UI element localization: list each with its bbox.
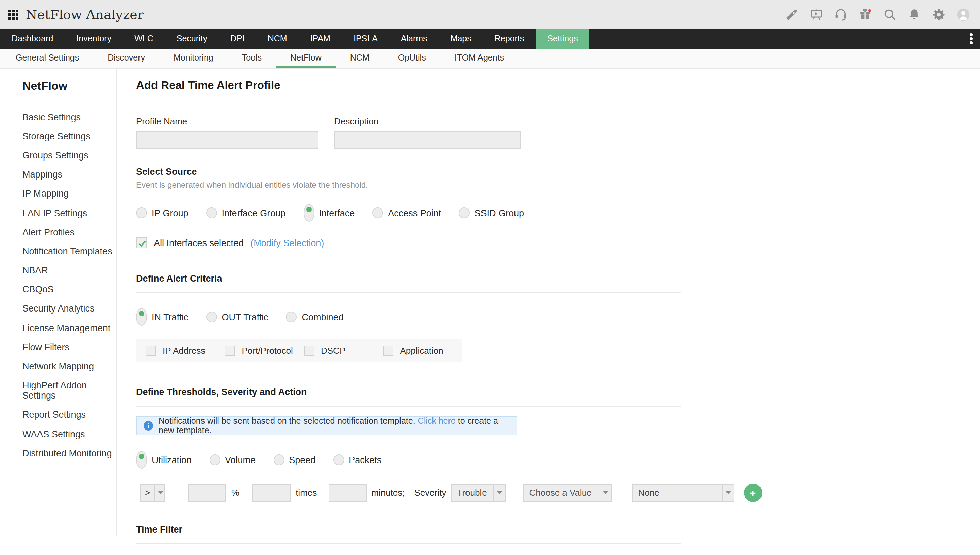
sidebar-item-lan-ip-settings[interactable]: LAN IP Settings <box>22 204 116 222</box>
traffic-radio-group: IN Traffic OUT Traffic Combined <box>136 308 968 326</box>
app-title: NetFlow Analyzer <box>26 7 144 22</box>
title-divider <box>136 101 949 101</box>
all-interfaces-label: All Interfaces selected <box>154 238 244 248</box>
radio-selected-icon <box>136 308 147 326</box>
nav-tab-dashboard[interactable]: Dashboard <box>0 29 65 49</box>
traffic-radio-in[interactable]: IN Traffic <box>136 308 188 326</box>
metric-radio-utilization[interactable]: Utilization <box>136 451 191 468</box>
severity-select[interactable]: Trouble <box>451 484 505 502</box>
thresholds-heading: Define Thresholds, Severity and Action <box>136 387 968 397</box>
sidebar-item-nbar[interactable]: NBAR <box>22 261 116 280</box>
times-input[interactable] <box>252 484 290 502</box>
sidebar-item-highperf-addon-settings[interactable]: HighPerf Addon Settings <box>22 376 116 405</box>
nav-tab-label: Reports <box>495 34 524 43</box>
filter-application[interactable]: Application <box>383 345 463 356</box>
source-radio-interface[interactable]: Interface <box>303 204 355 222</box>
nav-tab-wlc[interactable]: WLC <box>123 29 165 49</box>
source-radio-ssid-group[interactable]: SSID Group <box>459 207 524 218</box>
subnav-tab-label: ITOM Agents <box>455 53 504 62</box>
sidebar-item-cbqos[interactable]: CBQoS <box>22 280 116 299</box>
avatar[interactable] <box>956 7 970 21</box>
overflow-menu-icon[interactable] <box>962 29 980 49</box>
nav-tab-security[interactable]: Security <box>165 29 219 49</box>
alert-criteria-heading: Define Alert Criteria <box>136 273 968 284</box>
nav-tab-label: NCM <box>268 34 287 43</box>
source-radio-access-point[interactable]: Access Point <box>372 207 441 218</box>
all-interfaces-checkbox[interactable] <box>136 237 147 248</box>
subnav-tab-ncm[interactable]: NCM <box>336 49 384 68</box>
filter-ip-address[interactable]: IP Address <box>146 345 225 356</box>
description-label: Description <box>334 116 521 127</box>
description-input[interactable] <box>334 131 521 149</box>
source-radio-interface-group[interactable]: Interface Group <box>206 207 286 218</box>
add-threshold-button[interactable]: + <box>744 484 762 502</box>
sidebar-item-mappings[interactable]: Mappings <box>22 165 116 184</box>
subnav-tab-label: NetFlow <box>290 53 321 62</box>
gift-icon[interactable] <box>858 7 872 21</box>
filter-port-protocol[interactable]: Port/Protocol <box>225 345 304 356</box>
subnav-tab-oputils[interactable]: OpUtils <box>384 49 440 68</box>
sidebar-item-groups-settings[interactable]: Groups Settings <box>22 146 116 165</box>
sidebar-item-waas-settings[interactable]: WAAS Settings <box>22 424 116 443</box>
check-icon <box>138 239 147 248</box>
sidebar-item-notification-templates[interactable]: Notification Templates <box>22 242 116 261</box>
nav-tab-reports[interactable]: Reports <box>483 29 536 49</box>
nav-tab-maps[interactable]: Maps <box>439 29 483 49</box>
minutes-input[interactable] <box>328 484 366 502</box>
nav-tab-settings[interactable]: Settings <box>536 29 590 49</box>
radio-icon <box>333 454 344 465</box>
nav-tab-ipam[interactable]: IPAM <box>299 29 342 49</box>
click-here-link[interactable]: Click here <box>418 416 456 426</box>
sidebar-item-report-settings[interactable]: Report Settings <box>22 405 116 424</box>
percent-input[interactable] <box>188 484 226 502</box>
metric-radio-volume[interactable]: Volume <box>209 454 255 465</box>
subnav-tab-itom-agents[interactable]: ITOM Agents <box>440 49 518 68</box>
sidebar-item-ip-mapping[interactable]: IP Mapping <box>22 184 116 204</box>
nav-tab-inventory[interactable]: Inventory <box>65 29 123 49</box>
gear-icon[interactable] <box>932 7 946 21</box>
top-icon-group <box>785 7 970 21</box>
checkbox-icon <box>304 345 314 356</box>
chevron-down-icon <box>722 484 733 501</box>
criteria-filter-panel: IP Address Port/Protocol DSCP Applicatio… <box>136 339 462 362</box>
subnav-tab-discovery[interactable]: Discovery <box>93 49 159 68</box>
support-headset-icon[interactable] <box>834 7 848 21</box>
search-icon[interactable] <box>883 7 897 21</box>
sidebar-item-basic-settings[interactable]: Basic Settings <box>22 107 116 127</box>
profile-name-input[interactable] <box>136 131 318 149</box>
sidebar-item-flow-filters[interactable]: Flow Filters <box>22 338 116 357</box>
sidebar-item-storage-settings[interactable]: Storage Settings <box>22 127 116 146</box>
subnav-tab-monitoring[interactable]: Monitoring <box>159 49 228 68</box>
radio-icon <box>206 207 217 218</box>
top-bar: NetFlow Analyzer <box>0 0 980 29</box>
rocket-icon[interactable] <box>785 7 799 21</box>
action-select[interactable]: Choose a Value <box>523 484 612 502</box>
subnav-tab-netflow[interactable]: NetFlow <box>276 49 336 68</box>
nav-tab-alarms[interactable]: Alarms <box>389 29 439 49</box>
modify-selection-link[interactable]: (Modify Selection) <box>251 238 324 248</box>
radio-icon <box>136 207 147 218</box>
metric-radio-packets[interactable]: Packets <box>333 454 381 465</box>
bell-icon[interactable] <box>907 7 922 21</box>
apps-grid-icon[interactable] <box>8 9 18 19</box>
sidebar-item-security-analytics[interactable]: Security Analytics <box>22 299 116 318</box>
all-interfaces-row: All Interfaces selected (Modify Selectio… <box>136 237 968 248</box>
filter-dscp[interactable]: DSCP <box>304 345 383 356</box>
traffic-radio-combined[interactable]: Combined <box>286 311 344 322</box>
nav-tab-dpi[interactable]: DPI <box>219 29 256 49</box>
sidebar-item-alert-profiles[interactable]: Alert Profiles <box>22 222 116 241</box>
notification-template-select[interactable]: None <box>632 484 734 502</box>
nav-tab-ncm[interactable]: NCM <box>256 29 299 49</box>
nav-tab-label: WLC <box>134 34 153 43</box>
sidebar-item-license-management[interactable]: License Management <box>22 318 116 337</box>
subnav-tab-general-settings[interactable]: General Settings <box>2 49 93 68</box>
source-radio-ip-group[interactable]: IP Group <box>136 207 188 218</box>
presentation-icon[interactable] <box>809 7 824 21</box>
subnav-tab-tools[interactable]: Tools <box>228 49 276 68</box>
metric-radio-speed[interactable]: Speed <box>273 454 315 465</box>
sidebar-item-network-mapping[interactable]: Network Mapping <box>22 357 116 376</box>
comparator-select[interactable]: > <box>140 484 165 502</box>
sidebar-item-distributed-monitoring[interactable]: Distributed Monitoring <box>22 443 116 462</box>
traffic-radio-out[interactable]: OUT Traffic <box>206 311 268 322</box>
nav-tab-ipsla[interactable]: IPSLA <box>342 29 389 49</box>
